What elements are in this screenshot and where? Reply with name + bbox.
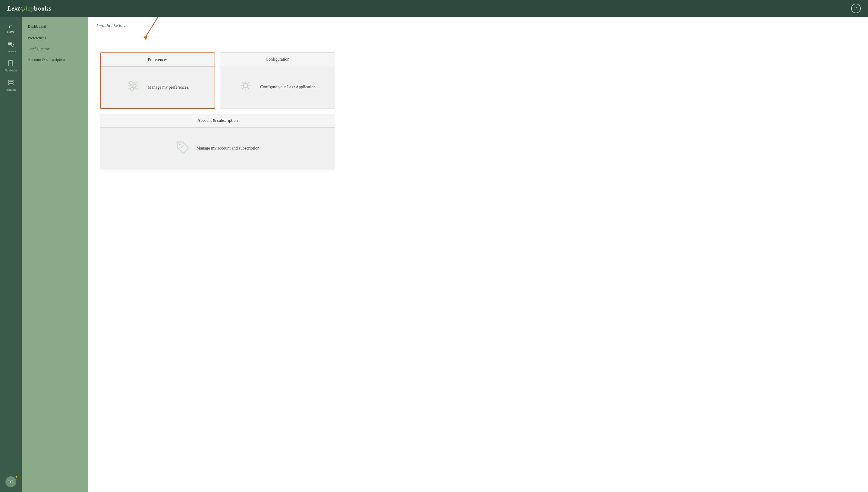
home-icon: ⌂ xyxy=(9,23,12,29)
svg-rect-5 xyxy=(8,60,12,66)
main-layout: ⌂ Home Reviews xyxy=(0,17,868,492)
sliders-icon xyxy=(126,79,141,96)
svg-rect-2 xyxy=(8,44,11,45)
card-account-body: Manage my account and subscription. xyxy=(100,127,335,169)
svg-line-4 xyxy=(14,46,14,47)
secondary-sidebar: Dashboard Preferences Configuration Acco… xyxy=(22,17,88,492)
card-account-desc: Manage my account and subscription. xyxy=(197,146,261,151)
card-preferences-desc: Manage my preferences. xyxy=(148,85,189,90)
card-configuration-body: Configure your Lext Application. xyxy=(220,66,335,108)
logo-slash: / xyxy=(20,4,22,12)
playbooks-icon xyxy=(7,60,14,68)
card-preferences[interactable]: Preferences Manage xyxy=(100,52,215,109)
sidebar-menu-configuration[interactable]: Configuration xyxy=(22,43,88,54)
sidebar-menu-account[interactable]: Account & subscription xyxy=(22,54,88,65)
logo-play: play xyxy=(22,4,34,12)
card-preferences-title: Preferences xyxy=(101,53,214,67)
sidebar-item-reviews[interactable]: Reviews xyxy=(0,37,22,56)
reviews-icon xyxy=(7,41,14,48)
sidebar-menu-preferences[interactable]: Preferences xyxy=(22,32,88,43)
card-account[interactable]: Account & subscription Manage my account… xyxy=(100,114,335,169)
svg-point-19 xyxy=(130,88,133,91)
sidebar-item-datasets[interactable]: Datasets xyxy=(0,76,22,95)
svg-point-17 xyxy=(133,84,136,88)
logo-lext: Lext xyxy=(7,4,20,12)
home-label: Home xyxy=(7,30,15,33)
svg-rect-0 xyxy=(8,42,12,43)
svg-rect-1 xyxy=(8,43,12,44)
svg-rect-11 xyxy=(8,84,13,85)
gear-icon xyxy=(238,78,253,96)
app-logo: Lext/playbooks xyxy=(7,4,51,13)
card-account-title: Account & subscription xyxy=(100,114,335,127)
content-area: I would like to… Preferences xyxy=(88,17,868,492)
card-preferences-body: Manage my preferences. xyxy=(101,67,214,108)
avatar[interactable]: DT ✦ xyxy=(5,476,16,487)
tag-icon xyxy=(175,140,189,157)
svg-rect-7 xyxy=(9,63,12,63)
card-configuration-title: Configuration xyxy=(220,53,335,66)
svg-point-3 xyxy=(11,44,14,46)
svg-point-15 xyxy=(129,81,132,84)
reviews-label: Reviews xyxy=(6,49,16,53)
svg-rect-8 xyxy=(9,64,11,64)
svg-rect-6 xyxy=(9,62,12,63)
svg-marker-13 xyxy=(144,36,148,40)
datasets-icon xyxy=(7,79,14,87)
logo-books: books xyxy=(34,4,52,12)
sidebar-item-home[interactable]: ⌂ Home xyxy=(0,19,22,37)
content-header: I would like to… xyxy=(88,17,868,34)
svg-point-20 xyxy=(244,83,248,88)
app-header: Lext/playbooks ? xyxy=(0,0,868,17)
svg-point-21 xyxy=(179,144,181,145)
playbooks-label: Playbooks xyxy=(4,69,17,72)
avatar-section: DT ✦ xyxy=(5,476,16,492)
card-configuration[interactable]: Configuration xyxy=(220,52,335,109)
avatar-initials: DT xyxy=(8,479,14,484)
svg-rect-9 xyxy=(8,80,13,81)
datasets-label: Datasets xyxy=(6,88,16,91)
card-configuration-desc: Configure your Lext Application. xyxy=(260,85,316,90)
cards-container: Preferences Manage xyxy=(88,34,868,181)
sidebar-item-playbooks[interactable]: Playbooks xyxy=(0,56,22,76)
cards-grid: Preferences Manage xyxy=(100,52,335,169)
help-icon: ? xyxy=(855,6,857,11)
avatar-sparkle-icon: ✦ xyxy=(15,475,18,478)
svg-rect-10 xyxy=(8,82,13,83)
icon-sidebar: ⌂ Home Reviews xyxy=(0,17,22,492)
help-button[interactable]: ? xyxy=(851,4,861,13)
sidebar-section-title: Dashboard xyxy=(22,22,88,32)
